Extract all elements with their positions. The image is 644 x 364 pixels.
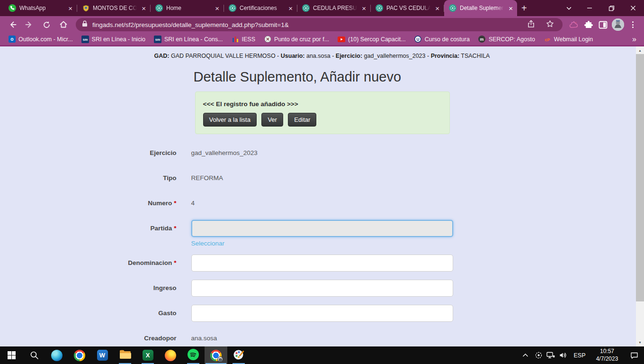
form-row-gasto: Gasto (60, 305, 584, 322)
page-scrollbar[interactable]: ▲ ▼ (636, 46, 644, 346)
share-icon[interactable] (527, 20, 535, 30)
address-bar[interactable]: fingads.net/sf2/presupuesto/detalle_supl… (76, 18, 563, 31)
close-tab-icon[interactable]: × (140, 5, 147, 12)
tab-cedula[interactable]: CEDULA PRESUP × (297, 0, 370, 16)
start-button[interactable] (0, 346, 23, 364)
language-indicator[interactable]: ESP (569, 346, 590, 364)
volver-a-la-lista-button[interactable]: Volver a la lista (203, 113, 257, 127)
taskbar-chrome-active[interactable] (205, 346, 227, 364)
tab-home[interactable]: Home × (151, 0, 224, 16)
fingads-favicon (155, 4, 163, 12)
volume-icon[interactable] (557, 346, 569, 364)
tray-device-icon[interactable] (532, 346, 545, 364)
close-tab-icon[interactable]: × (67, 5, 74, 12)
reload-icon[interactable] (38, 17, 55, 33)
ver-button[interactable]: Ver (261, 113, 283, 127)
minimize-button[interactable] (579, 0, 600, 16)
tab-title: Certificaciones (240, 5, 284, 11)
forward-icon[interactable] (21, 17, 38, 33)
form-row-tipo: Tipo REFORMA (60, 170, 584, 187)
network-icon[interactable] (545, 346, 557, 364)
whatsapp-icon (9, 4, 16, 12)
taskbar-paint[interactable] (227, 346, 250, 364)
fingads-favicon (449, 4, 456, 12)
outlook-icon: o (8, 36, 16, 43)
field-label: Tipo (163, 174, 176, 182)
tab-search-chevron-icon[interactable] (559, 0, 579, 16)
denominacion-input[interactable] (191, 255, 453, 272)
editar-button[interactable]: Editar (288, 113, 316, 127)
taskbar-excel[interactable]: X (136, 346, 159, 364)
bookmark-label: (10) Sercop Capacit... (348, 36, 406, 43)
gasto-input[interactable] (191, 305, 453, 322)
tab-title: Detalle Suplemen (460, 5, 504, 11)
field-label: Gasto (158, 309, 176, 317)
bookmark-label: SRI en Línea - Inicio (92, 36, 145, 43)
close-tab-icon[interactable]: × (214, 5, 221, 12)
seleccionar-link[interactable]: Seleccionar (191, 240, 225, 247)
taskbar-word[interactable]: W (91, 346, 114, 364)
iess-icon (232, 36, 239, 43)
tab-title: WhatsApp (19, 5, 63, 11)
alert-message: <<< El registro fue añadido >>> (203, 100, 442, 108)
bookmarks-overflow-chevron[interactable]: » (632, 35, 640, 44)
ejercicio-label: Ejercicio: (336, 53, 362, 59)
close-tab-icon[interactable]: × (287, 5, 294, 12)
bookmark-outlook[interactable]: o Outlook.com - Micr... (4, 35, 77, 44)
action-center-icon[interactable] (624, 346, 644, 364)
bookmark-sri-inicio[interactable]: SRI SRI en Línea - Inicio (77, 35, 150, 44)
page-title: Detalle Suplemento, Añadir nuevo (194, 69, 584, 85)
taskbar-chrome[interactable] (68, 346, 91, 364)
tab-pac[interactable]: PAC VS CEDULA × (371, 0, 444, 16)
bookmark-star-icon[interactable] (546, 20, 554, 30)
usuario-value: ana.sosa - (304, 53, 335, 59)
extensions-puzzle-icon[interactable] (581, 18, 596, 32)
restore-button[interactable] (600, 0, 622, 16)
taskbar-file-explorer[interactable] (114, 346, 136, 364)
tab-certificaciones[interactable]: Certificaciones × (224, 0, 297, 16)
bookmark-webmail[interactable]: cP Webmail Login (539, 35, 597, 44)
side-panel-icon[interactable] (596, 18, 610, 32)
profile-badge (217, 356, 223, 362)
field-label: Ejercicio (150, 149, 176, 156)
bookmark-sercop-moodle[interactable]: m SERCOP: Agosto (474, 35, 539, 44)
clock[interactable]: 10:574/7/2023 (590, 346, 624, 364)
tab-montos[interactable]: MONTOS DE CO × (77, 0, 150, 16)
search-button[interactable] (23, 346, 45, 364)
partida-input[interactable] (191, 220, 453, 237)
edge-icon (51, 350, 63, 361)
taskbar-firefox[interactable] (159, 346, 182, 364)
content-container: Detalle Suplemento, Añadir nuevo <<< El … (60, 69, 584, 346)
tab-detalle-suplemento-active[interactable]: Detalle Suplemen × (444, 0, 517, 16)
bookmark-label: Outlook.com - Micr... (18, 36, 73, 43)
scrollbar-thumb[interactable] (636, 54, 644, 301)
close-tab-icon[interactable]: × (434, 5, 441, 12)
bookmark-sercop-youtube[interactable]: (10) Sercop Capacit... (333, 35, 410, 44)
scroll-up-arrow-icon[interactable]: ▲ (636, 46, 644, 55)
menu-kebab-icon[interactable] (626, 18, 640, 32)
close-tab-icon[interactable]: × (360, 5, 367, 12)
required-asterisk: * (174, 200, 176, 207)
close-window-button[interactable] (622, 0, 644, 16)
u-badge-icon: U (414, 36, 422, 43)
scroll-down-arrow-icon[interactable]: ▼ (636, 338, 644, 346)
tray-chevron-up-icon[interactable] (518, 346, 532, 364)
home-icon[interactable] (55, 17, 72, 33)
bookmark-iess[interactable]: IESS (227, 35, 260, 44)
profile-avatar[interactable] (612, 18, 624, 31)
new-tab-button[interactable]: + (517, 3, 531, 14)
bookmark-punto-de-cruz[interactable]: Punto de cruz por f... (259, 35, 333, 44)
extension-cloud-icon[interactable] (566, 18, 581, 32)
sri-icon: SRI (81, 36, 89, 43)
bookmark-label: Curso de costura (425, 36, 470, 43)
close-tab-icon[interactable]: × (507, 5, 514, 12)
bookmark-curso-costura[interactable]: U Curso de costura (410, 35, 474, 44)
bookmark-sri-consultas[interactable]: SRI SRI en Línea - Cons... (150, 35, 227, 44)
taskbar-spotify[interactable] (182, 346, 205, 364)
taskbar-edge[interactable] (45, 346, 68, 364)
ingreso-input[interactable] (191, 280, 453, 297)
back-icon[interactable] (4, 17, 21, 33)
success-alert: <<< El registro fue añadido >>> Volver a… (195, 91, 450, 134)
tab-whatsapp[interactable]: WhatsApp × (4, 0, 77, 16)
gad-label: GAD: (154, 53, 170, 59)
